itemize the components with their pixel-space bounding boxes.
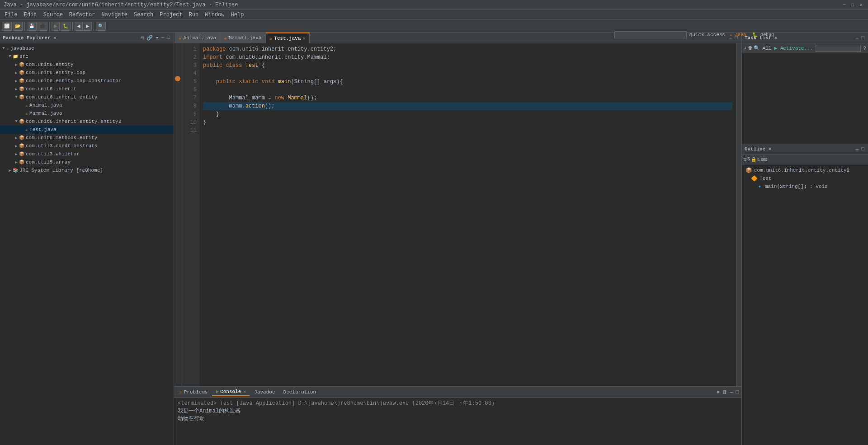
tree-toggle[interactable]: ▶ [14, 160, 19, 165]
minimize-panel-icon[interactable]: — [160, 35, 165, 41]
tree-item[interactable]: ▶ 📦 com.unit6.methods.entity [0, 134, 174, 142]
menu-search[interactable]: Search [131, 11, 156, 19]
open-button[interactable]: 📂 [13, 22, 23, 31]
clear-console-icon[interactable]: 🗑 [722, 389, 728, 395]
tree-toggle[interactable]: ▶ [14, 70, 19, 75]
forward-button[interactable]: ▶ [84, 22, 92, 31]
tab-problems[interactable]: ⚠ Problems [176, 388, 211, 396]
menu-refactor[interactable]: Refactor [66, 11, 98, 19]
tree-toggle[interactable]: ▶ [14, 79, 19, 84]
tree-toggle[interactable]: ▶ [14, 144, 19, 149]
tree-item[interactable]: ▼ 📦 com.unit6.inherit.entity [0, 93, 174, 101]
tree-item[interactable]: ▶ 📦 com.unit6.entity.oop.constructor [0, 77, 174, 85]
editor-scrollbar[interactable] [736, 43, 741, 386]
tree-item[interactable]: ▶ 📦 com.util5.array [0, 158, 174, 166]
right-panel: Task List ✕ — □ + 🗑 🔍 All ▶ Activate... … [741, 33, 868, 445]
tree-toggle[interactable]: ▶ [14, 136, 19, 141]
minimize-button[interactable]: — [841, 2, 848, 8]
tab-test-java-close[interactable]: ✕ [303, 36, 306, 41]
minimize-outline-icon[interactable]: — [855, 146, 860, 152]
menu-run[interactable]: Run [186, 11, 202, 19]
tree-item[interactable]: ▶ 📦 com.unit6.inherit [0, 85, 174, 93]
maximize-panel-icon[interactable]: □ [166, 35, 171, 41]
tree-icon: 📦 [19, 94, 24, 100]
menu-project[interactable]: Project [157, 11, 185, 19]
sort-icon[interactable]: ⇅ [757, 157, 760, 162]
tree-item[interactable]: ▼ ☕ javabase [0, 44, 174, 52]
tree-item[interactable]: ▶ 📚 JRE System Library [re8home] [0, 166, 174, 174]
collapse-all-icon[interactable]: ⊟ [140, 35, 145, 41]
debug-perspective-button[interactable]: 🐛 Debug [750, 32, 776, 38]
outline-package[interactable]: 📦 com.unit6.inherit.entity.entity2 [744, 166, 866, 174]
quick-access-input[interactable] [614, 31, 687, 38]
tree-item[interactable]: ▶ 📦 com.unit6.entity.oop [0, 69, 174, 77]
delete-task-icon[interactable]: 🗑 [748, 45, 753, 51]
expand-all-icon[interactable]: ⊞ [761, 157, 764, 162]
link-editor-icon[interactable]: 🔗 [146, 35, 154, 41]
tree-toggle[interactable]: ▼ [14, 95, 19, 99]
save-button[interactable]: 💾 [27, 22, 37, 31]
tree-toggle[interactable]: ▶ [14, 62, 19, 67]
tree-item[interactable]: ▶ 📦 com.util3.whilefor [0, 150, 174, 158]
tab-console-close[interactable]: ✕ [243, 389, 246, 394]
back-button[interactable]: ◀ [75, 22, 83, 31]
save-all-button[interactable]: ⬛ [38, 22, 47, 31]
tree-item[interactable]: ▼ 📁 src [0, 52, 174, 61]
collapse-all-outline-icon[interactable]: ⊟ [764, 157, 767, 162]
java-perspective-button[interactable]: ☕ Java [728, 32, 748, 38]
tree-toggle[interactable]: ▼ [7, 54, 13, 59]
tree-toggle[interactable]: ▶ [14, 87, 19, 92]
help-icon[interactable]: ? [863, 46, 866, 51]
menu-window[interactable]: Window [202, 11, 227, 19]
package-tree[interactable]: ▼ ☕ javabase ▼ 📁 src ▶ 📦 com.unit6.entit… [0, 43, 174, 445]
new-task-icon[interactable]: + [744, 46, 747, 51]
debug-button[interactable]: 🐛 [61, 22, 71, 31]
maximize-button[interactable]: ❐ [849, 2, 856, 8]
menu-help[interactable]: Help [228, 11, 247, 19]
menu-file[interactable]: File [2, 11, 20, 19]
task-search-input[interactable] [816, 45, 861, 52]
tree-item[interactable]: ▼ 📦 com.unit6.inherit.entity.entity2 [0, 117, 174, 126]
tab-declaration[interactable]: Declaration [280, 389, 320, 396]
stop-console-icon[interactable]: ■ [716, 389, 721, 395]
menu-edit[interactable]: Edit [21, 11, 40, 19]
tree-item[interactable]: ☕ Animal.java [0, 101, 174, 109]
activate-label[interactable]: ▶ Activate... [774, 45, 813, 51]
tab-test-java[interactable]: ☕ Test.java ✕ [266, 33, 310, 43]
tree-toggle[interactable]: ▼ [14, 119, 19, 124]
code-editor[interactable]: package com.unit6.inherit.entity.entity2… [199, 43, 736, 386]
menu-navigate[interactable]: Navigate [99, 11, 130, 19]
task-content [742, 53, 868, 144]
tab-javadoc[interactable]: Javadoc [250, 389, 278, 396]
outline-method-main[interactable]: 🔹 main(String[]) : void [744, 183, 866, 191]
tree-toggle[interactable]: ▶ [7, 168, 13, 173]
minimize-bottom-icon[interactable]: — [729, 389, 734, 395]
tree-item[interactable]: ▶ 📦 com.util3.condtionstruts [0, 142, 174, 150]
tree-item[interactable]: ☕ Test.java [0, 126, 174, 134]
tab-test-java-label: Test.java [274, 36, 301, 41]
close-button[interactable]: ✕ [858, 2, 864, 8]
maximize-bottom-icon[interactable]: □ [735, 389, 740, 395]
minimize-task-icon[interactable]: — [855, 35, 860, 41]
search-button[interactable]: 🔍 [96, 22, 106, 31]
maximize-outline-icon[interactable]: □ [860, 146, 865, 152]
menu-source[interactable]: Source [41, 11, 66, 19]
hide-static-icon[interactable]: S [747, 157, 750, 162]
code-line-1: package com.unit6.inherit.entity.entity2… [203, 45, 732, 53]
view-menu-icon[interactable]: ▾ [155, 35, 160, 41]
maximize-task-icon[interactable]: □ [860, 35, 865, 41]
hide-fields-icon[interactable]: ⊟ [744, 157, 746, 162]
tab-console[interactable]: ▶ Console ✕ [212, 388, 250, 396]
hide-nonpublic-icon[interactable]: 🔒 [751, 157, 756, 162]
new-button[interactable]: ⬜ [2, 22, 12, 31]
tree-toggle[interactable]: ▼ [1, 46, 6, 51]
tab-mammal-java[interactable]: ☕ Mammal.java [220, 33, 265, 43]
filter-icon[interactable]: 🔍 [754, 45, 760, 51]
outline-class-test[interactable]: 🔶 Test [744, 174, 866, 183]
run-button[interactable]: ▶ [52, 22, 60, 31]
tree-toggle[interactable]: ▶ [14, 152, 19, 157]
outline-toolbar: ⊟ S 🔒 ⇅ ⊞ ⊟ [742, 155, 868, 164]
tab-animal-java[interactable]: ☕ Animal.java [175, 33, 220, 43]
tree-item[interactable]: ☕ Mammal.java [0, 109, 174, 117]
tree-item[interactable]: ▶ 📦 com.unit6.entity [0, 61, 174, 69]
